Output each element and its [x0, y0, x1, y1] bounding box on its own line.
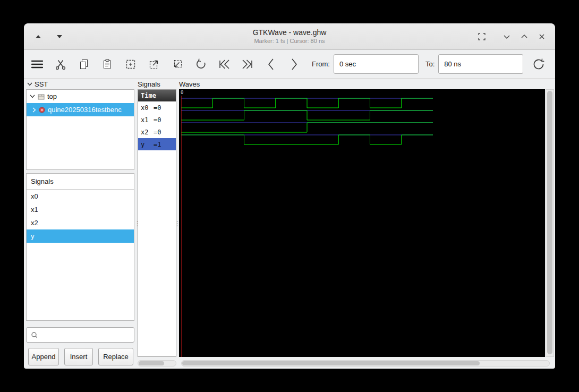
signal-value: =0 — [154, 129, 161, 136]
next-edge-button[interactable] — [287, 55, 301, 73]
from-label: From: — [312, 60, 330, 68]
waves-vscrollbar[interactable] — [546, 89, 554, 357]
zoom-out-icon — [171, 58, 184, 71]
sst-signal-x2[interactable]: x2 — [27, 216, 134, 229]
signal-name: x1 — [141, 116, 154, 124]
signals-hscroll-thumb[interactable] — [139, 361, 164, 365]
reload-button[interactable] — [532, 55, 546, 73]
titlebar[interactable]: GTKWave - wave.ghw Marker: 1 fs | Cursor… — [24, 23, 555, 50]
shade-up-button[interactable] — [33, 32, 43, 41]
zoom-out-button[interactable] — [171, 55, 184, 73]
signals-panel-label: Signals — [138, 80, 160, 88]
undo-icon — [194, 58, 207, 71]
signals-hscrollbar[interactable] — [138, 360, 176, 367]
search-icon — [31, 331, 37, 339]
signal-names-panel: Signals Time x0 =0 x1 =0 x2 =0 y =1 — [138, 79, 176, 369]
close-icon — [538, 32, 546, 41]
chevron-up-icon — [520, 32, 529, 41]
wave-canvas[interactable]: 0 — [179, 89, 545, 357]
insert-button[interactable]: Insert — [64, 348, 93, 365]
to-input[interactable] — [438, 54, 523, 74]
append-button[interactable]: Append — [28, 348, 59, 365]
paste-icon — [101, 58, 113, 70]
signal-value: =1 — [154, 141, 161, 148]
paste-button[interactable] — [100, 55, 114, 73]
zoom-fit-icon — [124, 58, 137, 71]
signal-row-y[interactable]: y =1 — [138, 138, 176, 150]
sst-signals-frame: Signals x0 x1 x2 y — [26, 173, 134, 321]
zoom-fit-button[interactable] — [124, 55, 138, 73]
window-title: GTKWave - wave.ghw — [24, 23, 555, 37]
waveform-traces — [179, 89, 545, 357]
shade-down-button[interactable] — [55, 32, 64, 41]
waves-vscroll-thumb[interactable] — [547, 91, 552, 354]
chevron-down-icon — [503, 32, 511, 41]
signal-search-input[interactable] — [40, 328, 134, 342]
menu-icon — [31, 59, 44, 70]
prev-edge-button[interactable] — [264, 55, 278, 73]
chevron-left-icon — [267, 57, 275, 72]
corner-frame-icon — [478, 32, 486, 41]
signal-name: x2 — [141, 129, 154, 136]
signal-row-x1[interactable]: x1 =0 — [138, 114, 176, 126]
tree-item-label: quine20250316testbenc — [48, 106, 122, 114]
triangle-up-icon — [35, 35, 41, 39]
skip-to-start-icon — [218, 58, 231, 71]
expander-right-icon[interactable] — [32, 107, 36, 113]
fullscreen-button[interactable] — [477, 32, 487, 41]
waves-panel: Waves 0 — [179, 79, 555, 369]
marker-cursor-status: Marker: 1 fs | Cursor: 80 ns — [24, 38, 555, 44]
signal-value: =0 — [154, 116, 161, 124]
signal-value: =0 — [154, 104, 161, 112]
from-input[interactable] — [334, 54, 419, 74]
waves-panel-label: Waves — [179, 80, 200, 88]
replace-button[interactable]: Replace — [98, 348, 133, 365]
tree-item-label: top — [47, 92, 57, 100]
cut-button[interactable] — [54, 55, 67, 73]
chevron-right-icon — [290, 57, 299, 72]
to-label: To: — [425, 60, 435, 68]
reload-icon — [532, 57, 546, 71]
go-to-end-button[interactable] — [241, 55, 254, 73]
skip-to-end-icon — [241, 58, 254, 71]
process-icon — [39, 107, 45, 113]
sst-panel: SST top quine2025031 — [24, 79, 137, 369]
waves-hscroll-thumb[interactable] — [182, 361, 480, 365]
go-to-start-button[interactable] — [217, 55, 231, 73]
scissors-icon — [55, 58, 66, 70]
triangle-down-icon — [56, 35, 63, 39]
copy-icon — [78, 58, 90, 70]
sst-signal-x0[interactable]: x0 — [27, 190, 134, 203]
signal-search-box[interactable] — [26, 327, 134, 343]
expander-down-icon[interactable] — [30, 95, 35, 98]
sst-signal-y[interactable]: y — [27, 229, 134, 243]
sst-header-label: SST — [35, 80, 48, 88]
undo-button[interactable] — [194, 55, 208, 73]
collapse-chevron-icon — [27, 82, 32, 86]
zoom-in-icon — [148, 58, 160, 71]
timeline-origin-label: 0 — [181, 90, 183, 95]
minimize-button[interactable] — [502, 32, 512, 41]
tree-item-testbench[interactable]: quine20250316testbenc — [27, 103, 134, 116]
main-content: SST top quine2025031 — [24, 79, 555, 369]
sst-header[interactable]: SST — [27, 80, 48, 88]
module-icon — [38, 93, 45, 100]
signal-row-x2[interactable]: x2 =0 — [138, 126, 176, 138]
signal-row-x0[interactable]: x0 =0 — [138, 101, 176, 114]
signal-names-list: Time x0 =0 x1 =0 x2 =0 y =1 — [138, 89, 176, 357]
signal-name: y — [141, 141, 154, 148]
app-window: GTKWave - wave.ghw Marker: 1 fs | Cursor… — [24, 23, 555, 369]
signal-name: x0 — [141, 104, 154, 112]
close-button[interactable] — [537, 32, 547, 41]
time-header[interactable]: Time — [138, 90, 176, 101]
maximize-button[interactable] — [520, 32, 529, 41]
sst-signal-x1[interactable]: x1 — [27, 203, 134, 216]
sst-tree: top quine20250316testbenc — [26, 89, 134, 170]
main-toolbar: From: To: — [24, 50, 555, 79]
sst-signals-frame-label: Signals — [27, 174, 134, 190]
waves-hscrollbar[interactable] — [181, 360, 550, 367]
copy-button[interactable] — [77, 55, 91, 73]
menu-button[interactable] — [30, 55, 44, 73]
zoom-in-button[interactable] — [147, 55, 161, 73]
tree-item-top[interactable]: top — [27, 90, 134, 103]
